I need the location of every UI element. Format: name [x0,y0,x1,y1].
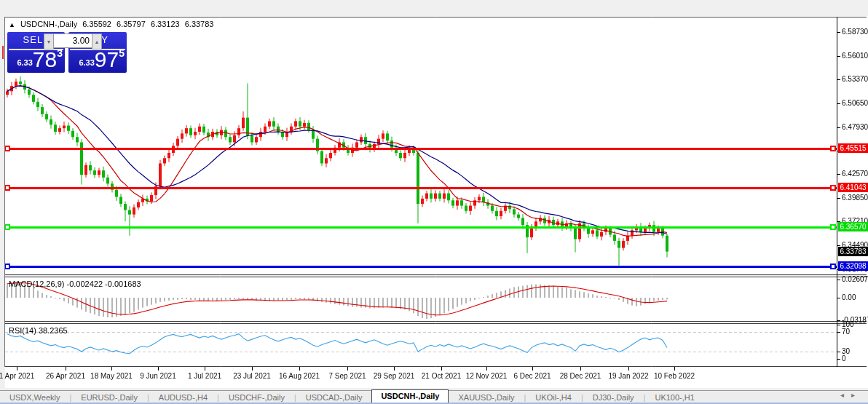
tab-scroll-right-icon[interactable]: ▸ [851,391,862,399]
chart-symbol-period: USDCNH-,Daily [20,20,77,28]
sell-price-pip: 3 [57,47,63,59]
macd-indicator-label: MACD(12,26,9) -0.002422 -0.001683 [9,280,141,288]
date-axis-label: 29 Sep 2021 [374,372,415,380]
indicator-axis-tick: 70 [842,328,850,336]
ohlc-open: 6.35592 [82,20,111,28]
ohlc-low: 6.33123 [151,20,180,28]
buy-price-small: 6.33 [79,58,94,67]
date-axis-label: 19 Jan 2022 [608,372,648,380]
chart-tab-usdx[interactable]: USDX,Weekly [0,392,69,403]
chart-tab-eurusd[interactable]: EURUSD-,Daily [71,392,147,403]
sell-price: 6.33783 [7,47,63,72]
left-edge-marker [2,46,4,59]
price-axis-tick: 6.56010 [842,52,868,60]
date-axis-label: 1 Jul 2021 [188,372,221,380]
price-badge: 6.32098 [838,261,868,271]
chart-title: ▲USDCNH-,Daily 6.35592 6.35797 6.33123 6… [9,20,216,28]
date-axis-label: 10 Feb 2022 [654,372,695,380]
one-click-trading-panel: SELL 6.33783 BUY 6.33975 ▼ ▲ [7,32,127,73]
date-axis-label: 1 Apr 2021 [0,372,34,380]
price-badge: 6.41043 [838,183,868,192]
indicator-axis-tick: 0.00 [842,293,856,301]
date-axis-label: 23 Jul 2021 [233,372,271,380]
ohlc-close: 6.33783 [185,20,214,28]
indicator-axis-tick: 0.02607 [842,275,868,283]
date-axis-label: 16 Aug 2021 [279,372,320,380]
chart-tab-audusd[interactable]: AUDUSD-,H4 [149,392,217,403]
buy-price-big: 97 [95,47,119,71]
tab-scroll-arrows[interactable]: ◂▸ [840,391,862,399]
volume-increase-icon[interactable]: ▲ [92,33,102,49]
panel-collapse-icon[interactable]: ▲ [9,21,15,28]
date-axis-label: 21 Oct 2021 [422,372,461,380]
volume-input[interactable] [54,33,92,48]
price-badge: 6.33783 [838,247,868,256]
buy-price: 6.33975 [68,47,125,72]
buy-price-pip: 5 [119,47,125,59]
chart-tab-usdchf[interactable]: USDCHF-,Daily [219,392,294,403]
price-axis-tick: 6.47930 [842,123,868,131]
chart-tab-dj30[interactable]: DJ30-,Daily [583,392,644,403]
chart-tab-xauusd[interactable]: XAUUSD-,Daily [449,392,524,403]
indicator-axis-tick: 0 [842,355,846,363]
chart-tab-ukoil[interactable]: UKOil-,H4 [526,392,581,403]
date-axis-label: 18 May 2021 [90,372,133,380]
date-axis-label: 7 Sep 2021 [328,372,366,380]
price-axis-tick: 6.58730 [842,28,868,36]
rsi-indicator-label: RSI(14) 38.2365 [9,326,68,335]
price-axis-tick: 6.53370 [842,75,868,83]
sell-price-small: 6.33 [17,58,32,67]
date-axis-label: 28 Dec 2021 [560,372,601,380]
sell-price-big: 78 [33,47,57,71]
tab-scroll-left-icon[interactable]: ◂ [840,391,851,399]
price-badge: 6.36570 [838,222,868,231]
volume-decrease-icon[interactable]: ▼ [44,33,54,49]
price-axis-tick: 6.42570 [842,170,868,178]
date-axis-label: 9 Jun 2021 [140,372,176,380]
date-axis-label: 26 Apr 2021 [46,372,85,380]
ohlc-high: 6.35797 [117,20,146,28]
price-chart-canvas[interactable] [0,0,868,404]
trading-platform-window: 5M30H1H4D1W1MN ▲USDCNH-,Daily 6.35592 6.… [0,0,868,404]
chart-tab-usdcad[interactable]: USDCAD-,Daily [296,392,372,403]
date-axis-label: 6 Dec 2021 [513,372,551,380]
chart-tab-uk100[interactable]: UK100-,H1 [645,392,703,403]
chart-tab-usdcnh[interactable]: USDCNH-,Daily [371,389,449,403]
volume-stepper: ▼ ▲ [44,33,102,48]
price-axis-tick: 6.39850 [842,194,868,202]
price-badge: 6.45515 [838,143,868,153]
date-axis-label: 12 Nov 2021 [466,372,508,380]
chart-tab-bar: USDX,Weekly|EURUSD-,Daily|AUDUSD-,H4|USD… [0,390,868,403]
price-axis-tick: 6.50650 [842,99,868,107]
